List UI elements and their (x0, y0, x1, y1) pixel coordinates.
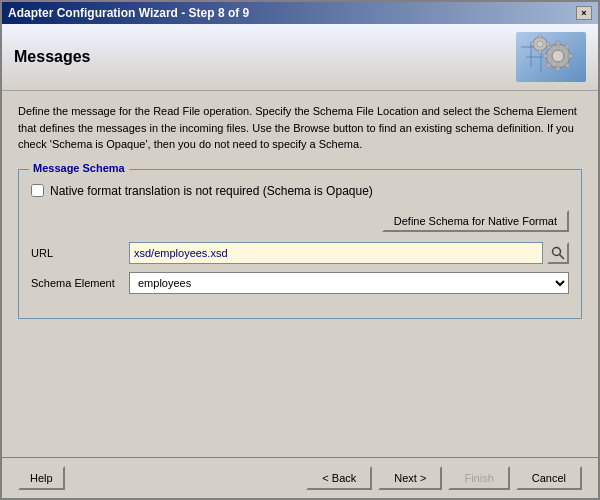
browse-button[interactable] (547, 242, 569, 264)
svg-rect-7 (556, 41, 560, 46)
svg-rect-17 (539, 35, 542, 38)
url-row: URL (31, 242, 569, 264)
schema-element-row: Schema Element employees (31, 272, 569, 294)
url-label: URL (31, 247, 121, 259)
svg-rect-8 (556, 66, 560, 71)
svg-rect-19 (546, 43, 549, 46)
finish-button[interactable]: Finish (448, 466, 509, 490)
schema-element-label: Schema Element (31, 277, 121, 289)
define-schema-button[interactable]: Define Schema for Native Format (382, 210, 569, 232)
search-icon (551, 246, 565, 260)
footer-left: Help (18, 466, 65, 490)
svg-point-6 (552, 50, 564, 62)
title-bar: Adapter Configuration Wizard - Step 8 of… (2, 2, 598, 24)
next-button[interactable]: Next > (378, 466, 442, 490)
cancel-button[interactable]: Cancel (516, 466, 582, 490)
svg-rect-20 (531, 43, 534, 46)
svg-point-21 (553, 247, 561, 255)
window-title: Adapter Configuration Wizard - Step 8 of… (8, 6, 249, 20)
opaque-checkbox-row: Native format translation is not require… (31, 184, 569, 198)
wizard-icon (516, 32, 586, 82)
svg-line-22 (560, 254, 565, 259)
define-btn-row: Define Schema for Native Format (31, 210, 569, 232)
svg-rect-10 (543, 54, 548, 58)
svg-point-16 (537, 41, 543, 47)
description-text: Define the message for the Read File ope… (18, 103, 582, 153)
svg-rect-18 (539, 50, 542, 53)
back-button[interactable]: < Back (306, 466, 372, 490)
main-window: Adapter Configuration Wizard - Step 8 of… (0, 0, 600, 500)
header-icon-area (516, 32, 586, 82)
header-area: Messages (2, 24, 598, 91)
footer-right: < Back Next > Finish Cancel (306, 466, 582, 490)
opaque-checkbox[interactable] (31, 184, 44, 197)
group-title: Message Schema (29, 162, 129, 174)
title-bar-buttons: × (576, 6, 592, 20)
message-schema-group: Message Schema Native format translation… (18, 169, 582, 319)
url-input-wrapper (129, 242, 569, 264)
page-title: Messages (14, 48, 91, 66)
help-button[interactable]: Help (18, 466, 65, 490)
footer-area: Help < Back Next > Finish Cancel (2, 457, 598, 498)
opaque-label[interactable]: Native format translation is not require… (50, 184, 373, 198)
url-input[interactable] (129, 242, 543, 264)
schema-element-select[interactable]: employees (129, 272, 569, 294)
close-button[interactable]: × (576, 6, 592, 20)
svg-rect-9 (568, 54, 573, 58)
content-area: Define the message for the Read File ope… (2, 91, 598, 457)
